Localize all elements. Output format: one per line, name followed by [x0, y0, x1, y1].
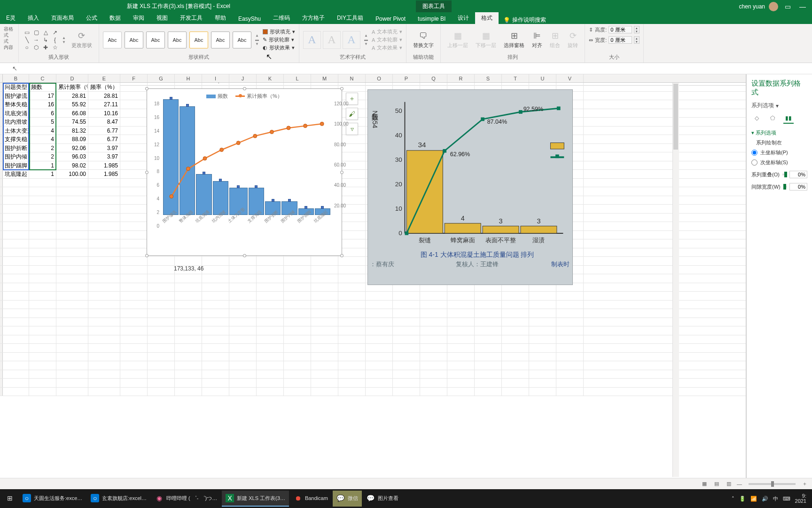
- series-options-icon[interactable]: ▮▮: [783, 113, 794, 124]
- style-2[interactable]: Abc: [125, 32, 143, 48]
- shape-effect-button[interactable]: ◐形状效果 ▾: [263, 44, 295, 51]
- minimize-icon[interactable]: —: [797, 1, 808, 12]
- group-button[interactable]: ⊞组合: [547, 30, 563, 50]
- tab-insert[interactable]: 插入: [22, 12, 45, 24]
- worksheet-grid[interactable]: BCDEFGHIJKLMNOPQRSTUV 问题类型频数累计频率（%频率（%）围…: [0, 74, 746, 487]
- zoom-in-button[interactable]: ＋: [802, 480, 807, 487]
- line-icon[interactable]: ╲: [23, 37, 31, 43]
- tri-icon[interactable]: △: [41, 29, 50, 36]
- oval-icon[interactable]: ○: [23, 44, 31, 51]
- alt-text-button[interactable]: 🗨替换文字: [410, 30, 437, 50]
- primary-axis-radio[interactable]: 主坐标轴(P): [751, 149, 807, 156]
- ribbon-options-icon[interactable]: ▭: [782, 1, 793, 12]
- inserted-image[interactable]: 频数 N =54 01020 304050 34 4 3 3: [367, 89, 573, 285]
- align-button[interactable]: ⊫对齐: [529, 30, 545, 50]
- tab-dev[interactable]: 开发工具: [174, 12, 209, 24]
- shape-style-gallery[interactable]: Abc Abc Abc Abc Abc Abc Abc: [103, 32, 251, 48]
- task-wechat[interactable]: 💬微信: [333, 491, 362, 507]
- secondary-axis-radio[interactable]: 次坐标轴(S): [751, 159, 807, 166]
- style-3[interactable]: Abc: [146, 32, 165, 48]
- rotate-button[interactable]: ⟳旋转: [565, 30, 581, 50]
- effects-icon[interactable]: ⬠: [767, 113, 778, 124]
- overlap-slider[interactable]: [782, 174, 787, 175]
- arrow-icon[interactable]: ↗: [51, 29, 59, 36]
- task-excel[interactable]: X新建 XLS 工作表(3…: [222, 491, 289, 507]
- tab-qr[interactable]: 二维码: [267, 12, 296, 24]
- shape-outline-button[interactable]: ✎形状轮廓 ▾: [263, 36, 295, 43]
- shape-gallery[interactable]: ▭ ▢ △ ↗ ╲ → ↳ { ○ ⬡ ✚ ☆: [23, 29, 59, 51]
- tab-help[interactable]: 帮助: [209, 12, 232, 24]
- vertical-scrollbar[interactable]: [672, 83, 679, 477]
- star-icon[interactable]: ☆: [51, 44, 59, 51]
- page-layout-view-icon[interactable]: ▤: [712, 480, 721, 488]
- task-3[interactable]: ◉哔哩哔哩 ( ゜- ゜)つ…: [151, 491, 221, 507]
- wordart-1[interactable]: A: [303, 31, 321, 49]
- tray-up-icon[interactable]: ˄: [732, 496, 734, 502]
- width-stepper[interactable]: ▴▾: [634, 36, 640, 44]
- task-1[interactable]: ○天圆生活服务:exce…: [19, 491, 86, 507]
- tab-pp[interactable]: Power Pivot: [369, 14, 412, 24]
- windows-icon: ⊞: [6, 494, 14, 502]
- tell-me-search[interactable]: 💡 操作说明搜索: [499, 16, 546, 24]
- gap-slider[interactable]: [783, 186, 787, 188]
- tab-design[interactable]: 设计: [452, 12, 475, 24]
- tab-tusimple[interactable]: tusimple BI: [412, 14, 452, 24]
- hex-icon[interactable]: ⬡: [32, 44, 40, 51]
- task-imageview[interactable]: 💬图片查看: [363, 491, 402, 507]
- system-tray[interactable]: ˄ 🔋 📶 🔊 中 ⌨ 9:2021: [732, 493, 810, 504]
- arrowr-icon[interactable]: →: [32, 37, 40, 43]
- zoom-slider[interactable]: [749, 483, 796, 485]
- wordart-gallery[interactable]: A A A: [303, 31, 360, 49]
- volume-icon[interactable]: 🔊: [762, 496, 768, 502]
- wordart-2[interactable]: A: [323, 31, 341, 49]
- task-2[interactable]: ○玄素旗舰店:excel…: [87, 491, 150, 507]
- tab-ffgz[interactable]: 方方格子: [296, 12, 331, 24]
- normal-view-icon[interactable]: ▦: [700, 480, 709, 488]
- overlap-input[interactable]: [789, 171, 807, 178]
- height-input[interactable]: [609, 26, 632, 33]
- tab-layout[interactable]: 页面布局: [45, 12, 80, 24]
- shape-fill-button[interactable]: 形状填充 ▾: [263, 28, 295, 35]
- tab-easyshu[interactable]: EasyShu: [232, 14, 267, 24]
- tab-view[interactable]: 视图: [150, 12, 174, 24]
- change-shape-button[interactable]: ⟳ 更改形状: [69, 29, 95, 51]
- ime-icon[interactable]: 中: [773, 495, 778, 502]
- zoom-out-button[interactable]: —: [737, 481, 742, 487]
- height-stepper[interactable]: ▴▾: [634, 26, 640, 33]
- start-button[interactable]: ⊞: [2, 491, 18, 507]
- photo-chart: 01020 304050 34 4 3 3 62.96%87.04%92.59%: [387, 95, 568, 250]
- tab-formula[interactable]: 公式: [80, 12, 103, 24]
- fill-line-icon[interactable]: ◇: [751, 113, 762, 124]
- section-label[interactable]: ▾ 系列选项: [751, 129, 807, 136]
- wordart-3[interactable]: A: [343, 31, 360, 49]
- style-6[interactable]: Abc: [211, 32, 230, 48]
- series-options-dropdown[interactable]: 系列选项 ▾: [751, 102, 807, 110]
- brace-icon[interactable]: {: [51, 37, 59, 43]
- width-input[interactable]: [609, 36, 632, 44]
- rect-icon[interactable]: ▭: [23, 29, 31, 36]
- bring-forward-button[interactable]: ▦上移一层: [445, 30, 471, 50]
- page-break-view-icon[interactable]: ▥: [725, 480, 733, 488]
- tab-data[interactable]: 数据: [103, 12, 127, 24]
- selection-pane-button[interactable]: ⊞选择窗格: [501, 30, 527, 50]
- send-back-button[interactable]: ▦下移一层: [473, 30, 499, 50]
- tab-review[interactable]: 审阅: [127, 12, 150, 24]
- user-avatar[interactable]: [769, 2, 778, 11]
- style-7[interactable]: Abc: [233, 32, 251, 48]
- tab-format[interactable]: 格式: [475, 12, 499, 24]
- tab-diy[interactable]: DIY工具箱: [331, 12, 369, 24]
- embedded-chart[interactable]: ＋ 🖌 ▿ 频数 累计频率（%） 024681012141618 20.0040…: [147, 88, 342, 256]
- style-4[interactable]: Abc: [168, 32, 187, 48]
- battery-icon[interactable]: 🔋: [739, 496, 746, 502]
- conn-icon[interactable]: ↳: [41, 37, 50, 43]
- wifi-icon[interactable]: 📶: [750, 496, 757, 502]
- rrect-icon[interactable]: ▢: [32, 29, 40, 36]
- style-1[interactable]: Abc: [103, 32, 122, 48]
- task-bandicam[interactable]: ⏺Bandicam: [290, 491, 332, 507]
- keyboard-icon[interactable]: ⌨: [783, 496, 790, 502]
- gap-input[interactable]: [789, 183, 807, 190]
- tab-eling[interactable]: E灵: [0, 12, 22, 24]
- plus-icon[interactable]: ✚: [41, 44, 50, 51]
- style-5[interactable]: Abc: [189, 32, 208, 48]
- clock[interactable]: 9:2021: [795, 493, 806, 504]
